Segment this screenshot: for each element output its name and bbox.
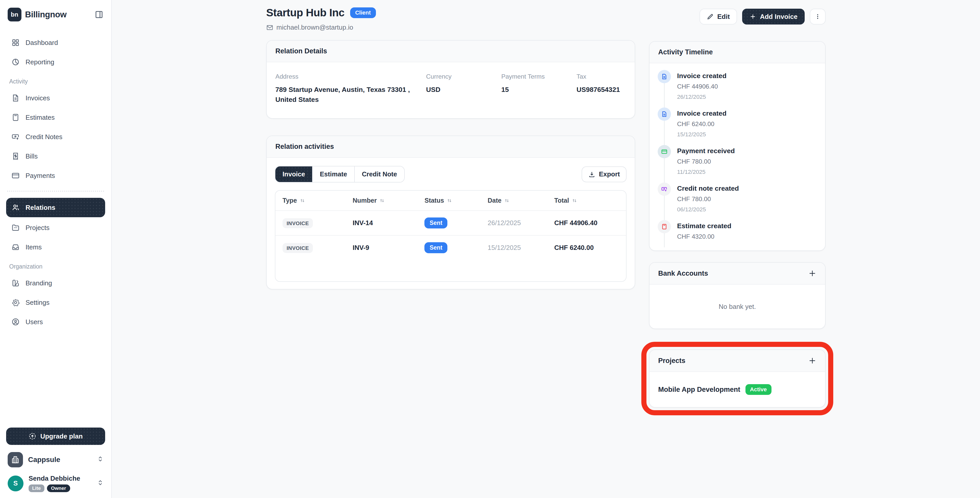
sidebar-item-label: Users	[25, 318, 43, 326]
title-row: Startup Hub Inc Client	[266, 6, 376, 19]
activity-type-tabs: Invoice Estimate Credit Note	[275, 166, 405, 183]
cell-status: Sent	[417, 211, 480, 235]
type-chip: INVOICE	[283, 243, 313, 253]
sidebar-item-projects[interactable]: Projects	[6, 219, 105, 237]
edit-button-label: Edit	[718, 13, 730, 21]
projects-card: Projects Mobile App Development Active	[649, 350, 826, 407]
sidebar-item-settings[interactable]: Settings	[6, 294, 105, 312]
activity-timeline-body: Invoice created CHF 44906.40 26/12/2025	[649, 63, 825, 250]
user-circle-icon	[11, 318, 20, 326]
brand-name: Billingnow	[25, 10, 94, 19]
table-empty-space	[275, 260, 626, 281]
sidebar-item-credit-notes[interactable]: Credit Notes	[6, 128, 105, 146]
field-label: Address	[275, 73, 420, 80]
folder-icon	[11, 223, 20, 232]
avatar-initial: S	[13, 479, 18, 487]
sidebar-item-label: Credit Notes	[25, 133, 62, 141]
sidebar-collapse-icon[interactable]	[94, 10, 103, 19]
tab-invoice[interactable]: Invoice	[275, 166, 312, 182]
bank-accounts-empty: No bank yet.	[649, 285, 825, 328]
upgrade-plan-label: Upgrade plan	[40, 433, 83, 440]
sidebar-item-invoices[interactable]: Invoices	[6, 89, 105, 107]
tab-estimate[interactable]: Estimate	[312, 166, 354, 182]
field-label: Tax	[576, 73, 620, 80]
columns: Relation Details Address 789 Startup Ave…	[266, 40, 826, 407]
sidebar-item-relations[interactable]: Relations	[6, 198, 105, 217]
plus-icon	[749, 13, 756, 20]
field-value: US987654321	[576, 85, 620, 95]
brand-logo-text: bn	[11, 11, 18, 18]
column-header-status[interactable]: Status	[417, 191, 480, 210]
sidebar-item-estimates[interactable]: Estimates	[6, 108, 105, 126]
sidebar-item-label: Bills	[25, 153, 38, 160]
sidebar-item-bills[interactable]: Bills	[6, 147, 105, 165]
relation-activities-card: Relation activities Invoice Estimate Cre…	[266, 135, 635, 290]
timeline-connector	[664, 196, 665, 220]
sidebar-item-items[interactable]: Items	[6, 238, 105, 256]
project-name: Mobile App Development	[658, 386, 740, 394]
add-invoice-button[interactable]: Add Invoice	[742, 9, 805, 24]
credit-card-icon	[11, 171, 20, 180]
download-icon	[588, 171, 595, 178]
column-header-date[interactable]: Date	[480, 191, 547, 210]
more-actions-button[interactable]	[810, 9, 826, 24]
timeline-event: Credit note created CHF 780.00 06/12/202…	[658, 183, 817, 220]
export-button[interactable]: Export	[582, 166, 627, 182]
event-amount: CHF 6240.00	[677, 121, 727, 127]
email-row: michael.brown@startup.io	[266, 24, 376, 32]
column-header-total[interactable]: Total	[547, 191, 626, 210]
cell-type: INVOICE	[275, 237, 345, 258]
table-row[interactable]: INVOICE INV-14 Sent 26/12/2025 CHF 44906…	[275, 210, 626, 235]
timeline-content: Payment received CHF 780.00 11/12/2025	[677, 145, 735, 183]
sidebar-divider	[7, 191, 104, 192]
table-row[interactable]: INVOICE INV-9 Sent 15/12/2025 CHF 6240.0…	[275, 235, 626, 260]
cell-number: INV-9	[345, 237, 417, 258]
pencil-icon	[707, 13, 714, 20]
page-header-left: Startup Hub Inc Client michael.brown@sta…	[266, 6, 376, 32]
timeline-rail	[658, 183, 671, 220]
project-row[interactable]: Mobile App Development Active	[649, 372, 825, 407]
gear-icon	[11, 298, 20, 307]
event-amount: CHF 44906.40	[677, 83, 727, 90]
bank-accounts-title: Bank Accounts	[658, 270, 708, 277]
sidebar: bn Billingnow Dashboard Reporting Activi…	[0, 0, 112, 498]
upgrade-plan-button[interactable]: Upgrade plan	[6, 428, 105, 445]
cell-total: CHF 44906.40	[547, 212, 626, 234]
timeline-connector	[664, 83, 665, 107]
column-header-type[interactable]: Type	[275, 191, 345, 210]
sidebar-item-reporting[interactable]: Reporting	[6, 53, 105, 71]
field-value: 15	[501, 85, 570, 95]
user-badges: Lite Owner	[29, 484, 97, 492]
cell-total: CHF 6240.00	[547, 237, 626, 258]
sidebar-item-users[interactable]: Users	[6, 313, 105, 331]
event-title: Invoice created	[677, 110, 727, 118]
timeline-event: Estimate created CHF 4320.00	[658, 220, 817, 247]
timeline-event: Invoice created CHF 44906.40 26/12/2025	[658, 70, 817, 107]
sidebar-item-branding[interactable]: Branding	[6, 274, 105, 292]
sidebar-section-activity: Activity	[9, 78, 102, 85]
sidebar-item-dashboard[interactable]: Dashboard	[6, 34, 105, 52]
add-project-button[interactable]	[808, 356, 816, 365]
activity-timeline-header: Activity Timeline	[649, 41, 825, 63]
column-header-number[interactable]: Number	[345, 191, 417, 210]
building-icon	[8, 452, 23, 467]
swatches-icon	[11, 279, 20, 287]
timeline-content: Invoice created CHF 44906.40 26/12/2025	[677, 70, 727, 107]
add-bank-account-button[interactable]	[808, 269, 816, 277]
org-switcher[interactable]: Cappsule	[6, 452, 105, 467]
sidebar-item-payments[interactable]: Payments	[6, 167, 105, 185]
timeline-content: Invoice created CHF 6240.00 15/12/2025	[677, 107, 727, 145]
tab-credit-note[interactable]: Credit Note	[354, 166, 404, 182]
credit-note-icon	[11, 132, 20, 141]
timeline-rail	[658, 145, 671, 183]
sidebar-item-label: Settings	[25, 299, 49, 307]
type-chip: INVOICE	[283, 218, 313, 228]
edit-button[interactable]: Edit	[700, 9, 737, 24]
sort-icon	[447, 198, 452, 204]
export-button-label: Export	[599, 170, 620, 178]
event-title: Invoice created	[677, 72, 727, 80]
relation-details-card: Relation Details Address 789 Startup Ave…	[266, 40, 635, 119]
user-menu[interactable]: S Senda Debbiche Lite Owner	[6, 474, 105, 492]
timeline-rail	[658, 107, 671, 145]
cell-status: Sent	[417, 235, 480, 260]
